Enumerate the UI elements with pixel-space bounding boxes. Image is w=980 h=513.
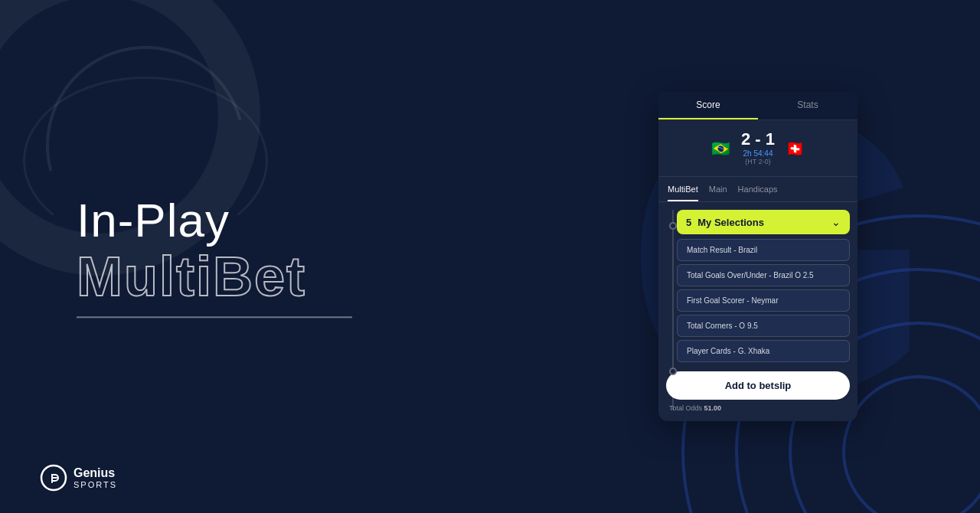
- title-underline: [77, 317, 352, 319]
- market-tabs: MultiBet Main Handicaps: [658, 177, 858, 202]
- flag-away: 🇨🇭: [782, 136, 807, 161]
- title-multibet: MultiBet: [77, 247, 352, 308]
- genius-logo-text: Genius SPORTS: [74, 466, 117, 489]
- flag-home: 🇧🇷: [709, 136, 733, 161]
- score-time: 2h 54:44: [741, 149, 775, 158]
- genius-sports-logo: Genius SPORTS: [40, 464, 117, 492]
- selection-item-1[interactable]: Match Result - Brazil: [677, 239, 850, 261]
- market-tab-handicaps[interactable]: Handicaps: [738, 185, 778, 201]
- selection-item-5[interactable]: Player Cards - G. Xhaka: [677, 340, 850, 362]
- score-block: 2 - 1 2h 54:44 (HT 2-0): [741, 131, 775, 165]
- selections-label: My Selections: [697, 217, 764, 228]
- genius-text: Genius: [74, 466, 117, 480]
- market-tab-main[interactable]: Main: [709, 185, 727, 201]
- widget-top-tabs: Score Stats: [658, 92, 858, 120]
- chevron-down-icon: ⌄: [831, 216, 841, 228]
- tab-score[interactable]: Score: [658, 92, 758, 119]
- selections-vertical-line: [672, 210, 674, 410]
- total-odds: Total Odds 51.00: [666, 404, 850, 412]
- selections-dot-top: [669, 222, 677, 230]
- selections-count: 5: [686, 217, 691, 228]
- score-main: 2 - 1: [741, 131, 775, 148]
- widget: Score Stats 🇧🇷 2 - 1 2h 54:44 (HT 2-0) 🇨…: [658, 92, 858, 421]
- selection-item-3[interactable]: First Goal Scorer - Neymar: [677, 289, 850, 312]
- add-betslip-button[interactable]: Add to betslip: [666, 371, 850, 400]
- selections-dot-bottom: [669, 368, 677, 375]
- selection-item-4[interactable]: Total Corners - O 9.5: [677, 315, 850, 337]
- sports-text: SPORTS: [74, 480, 117, 489]
- match-score: 🇧🇷 2 - 1 2h 54:44 (HT 2-0) 🇨🇭: [658, 120, 858, 177]
- market-tab-multibet[interactable]: MultiBet: [668, 185, 698, 201]
- score-ht: (HT 2-0): [741, 158, 775, 165]
- my-selections-left: 5 My Selections: [686, 217, 764, 228]
- selection-item-2[interactable]: Total Goals Over/Under - Brazil O 2.5: [677, 264, 850, 286]
- selections-section: 5 My Selections ⌄ Match Result - Brazil …: [658, 202, 858, 421]
- genius-logo-icon: [40, 464, 67, 492]
- total-odds-value: 51.00: [704, 404, 722, 412]
- my-selections-header[interactable]: 5 My Selections ⌄: [677, 210, 850, 234]
- total-odds-label: Total Odds: [669, 404, 702, 412]
- bg-wifi-arc-1: [842, 375, 980, 513]
- tab-stats[interactable]: Stats: [758, 92, 858, 119]
- widget-container: Score Stats 🇧🇷 2 - 1 2h 54:44 (HT 2-0) 🇨…: [658, 92, 858, 421]
- left-content: In-Play MultiBet: [77, 194, 352, 318]
- title-inplay: In-Play: [77, 194, 352, 247]
